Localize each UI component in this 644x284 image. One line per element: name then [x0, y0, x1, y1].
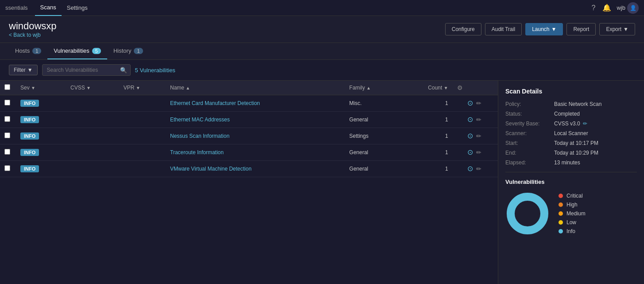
filter-bar: Filter ▼ 🔍 5 Vulnerabilities	[0, 60, 644, 81]
table-area: Sev ▼ CVSS ▼ VPR ▼ Name ▲ Family ▲ Count…	[0, 81, 498, 284]
vpr-cell	[119, 144, 166, 161]
end-row: End: Today at 10:29 PM	[505, 150, 637, 156]
row-checkbox-cell[interactable]	[0, 128, 16, 144]
scanner-row: Scanner: Local Scanner	[505, 130, 637, 136]
username-label: wjb	[617, 4, 625, 11]
main-content: Sev ▼ CVSS ▼ VPR ▼ Name ▲ Family ▲ Count…	[0, 81, 644, 284]
tabs-bar: Hosts 1 Vulnerabilities 5 History 1	[0, 43, 644, 60]
row-actions-cell: ⊙ ✏	[453, 144, 498, 161]
name-cell[interactable]: VMware Virtual Machine Detection	[166, 161, 345, 177]
name-cell[interactable]: Ethernet Card Manufacturer Detection	[166, 95, 345, 112]
legend-critical: Critical	[559, 193, 586, 199]
cvss-cell	[66, 144, 119, 161]
family-cell: General	[345, 144, 400, 161]
nav-scans[interactable]: Scans	[35, 0, 62, 16]
report-button[interactable]: Report	[566, 23, 596, 35]
top-nav: ssentials Scans Settings ? 🔔 wjb 👤	[0, 0, 644, 16]
name-header[interactable]: Name ▲	[166, 81, 345, 95]
tab-vulnerabilities[interactable]: Vulnerabilities 5	[47, 43, 107, 59]
cvss-header[interactable]: CVSS ▼	[66, 81, 119, 95]
edit-row-button[interactable]: ✏	[474, 148, 483, 157]
edit-row-button[interactable]: ✏	[474, 164, 483, 173]
chart-legend: Critical High Medium Low Info	[559, 193, 586, 234]
edit-row-button[interactable]: ✏	[474, 115, 483, 124]
chart-wrap: Critical High Medium Low Info	[505, 191, 637, 236]
select-all-header[interactable]	[0, 81, 16, 95]
row-checkbox-0[interactable]	[4, 100, 10, 105]
row-checkbox-4[interactable]	[4, 165, 10, 171]
count-header[interactable]: Count ▼	[400, 81, 453, 95]
family-cell: Misc.	[345, 95, 400, 112]
actions-header: ⚙	[453, 81, 498, 95]
vuln-chart-title: Vulnerabilities	[505, 179, 637, 185]
filter-button[interactable]: Filter ▼	[9, 65, 38, 75]
critical-dot	[559, 194, 563, 198]
elapsed-value: 13 minutes	[554, 160, 637, 166]
row-checkbox-cell[interactable]	[0, 112, 16, 128]
cvss-cell	[66, 161, 119, 177]
status-value: Completed	[554, 111, 637, 117]
info-dot	[559, 229, 563, 233]
search-input[interactable]	[42, 64, 131, 76]
row-checkbox-cell[interactable]	[0, 95, 16, 112]
table-row: INFO Traceroute Information General 1 ⊙ …	[0, 144, 498, 161]
severity-base-row: Severity Base: CVSS v3.0 ✏	[505, 121, 637, 127]
start-value: Today at 10:17 PM	[554, 140, 637, 146]
high-dot	[559, 202, 563, 207]
edit-severity-icon[interactable]: ✏	[583, 121, 587, 127]
tab-hosts[interactable]: Hosts 1	[9, 43, 47, 59]
name-cell[interactable]: Nessus Scan Information	[166, 128, 345, 144]
family-header[interactable]: Family ▲	[345, 81, 400, 95]
row-actions-cell: ⊙ ✏	[453, 95, 498, 112]
end-label: End:	[505, 150, 554, 156]
gear-icon[interactable]: ⚙	[457, 84, 463, 91]
title-section: windowsxp < Back to wjb	[9, 20, 57, 38]
configure-button[interactable]: Configure	[445, 23, 481, 35]
launch-button[interactable]: Launch ▼	[525, 23, 563, 35]
table-row: INFO Nessus Scan Information Settings 1 …	[0, 128, 498, 144]
sev-header[interactable]: Sev ▼	[16, 81, 66, 95]
row-checkbox-1[interactable]	[4, 116, 10, 122]
legend-high: High	[559, 202, 586, 208]
history-badge: 1	[134, 48, 143, 54]
severity-base-label: Severity Base:	[505, 121, 554, 127]
scan-details-title: Scan Details	[505, 88, 637, 95]
page-title: windowsxp	[9, 20, 57, 32]
sidebar: Scan Details Policy: Basic Network Scan …	[498, 81, 644, 284]
name-cell[interactable]: Traceroute Information	[166, 144, 345, 161]
medium-dot	[559, 211, 563, 216]
row-checkbox-cell[interactable]	[0, 144, 16, 161]
audit-trail-button[interactable]: Audit Trail	[485, 23, 522, 35]
nav-settings[interactable]: Settings	[62, 0, 93, 16]
help-icon[interactable]: ?	[590, 2, 597, 14]
vpr-header[interactable]: VPR ▼	[119, 81, 166, 95]
select-all-checkbox[interactable]	[4, 84, 10, 90]
severity-badge: INFO	[20, 132, 39, 140]
end-value: Today at 10:29 PM	[554, 150, 637, 156]
count-cell: 1	[400, 161, 453, 177]
edit-row-button[interactable]: ✏	[474, 99, 483, 108]
tab-history[interactable]: History 1	[107, 43, 149, 59]
row-checkbox-cell[interactable]	[0, 161, 16, 177]
export-button[interactable]: Export ▼	[599, 23, 635, 35]
status-label: Status:	[505, 111, 554, 117]
bell-icon[interactable]: 🔔	[601, 2, 613, 14]
hosts-badge: 1	[32, 48, 41, 54]
name-cell[interactable]: Ethernet MAC Addresses	[166, 112, 345, 128]
row-checkbox-2[interactable]	[4, 132, 10, 138]
severity-badge: INFO	[20, 116, 39, 123]
search-icon[interactable]: 🔍	[120, 67, 127, 74]
row-checkbox-3[interactable]	[4, 149, 10, 155]
policy-row: Policy: Basic Network Scan	[505, 101, 637, 107]
vuln-badge: 5	[92, 48, 101, 54]
policy-value: Basic Network Scan	[554, 101, 637, 107]
user-menu[interactable]: wjb 👤	[617, 2, 639, 14]
scanner-value: Local Scanner	[554, 130, 637, 136]
back-link[interactable]: < Back to wjb	[9, 32, 57, 38]
sub-header: windowsxp < Back to wjb Configure Audit …	[0, 16, 644, 43]
sev-cell: INFO	[16, 112, 66, 128]
check-circle-icon: ⊙	[467, 132, 473, 140]
row-actions-cell: ⊙ ✏	[453, 128, 498, 144]
header-actions: Configure Audit Trail Launch ▼ Report Ex…	[445, 23, 635, 35]
edit-row-button[interactable]: ✏	[474, 132, 483, 140]
